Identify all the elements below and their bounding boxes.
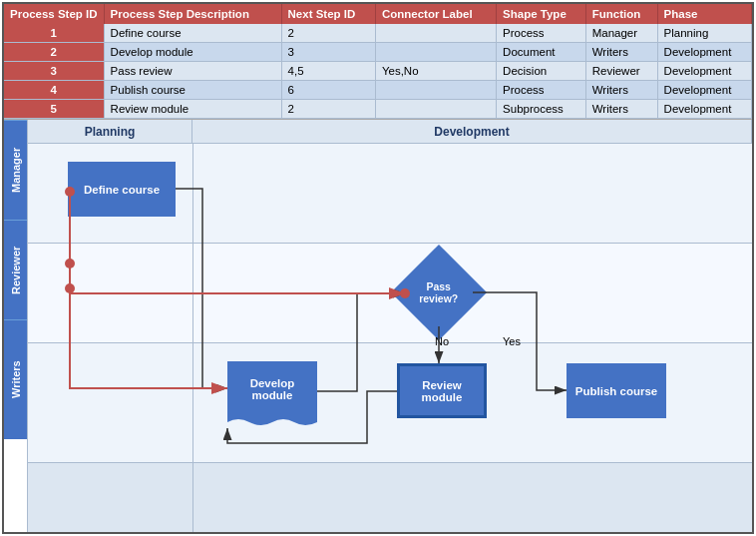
shape-label-review-module: Review module xyxy=(422,379,463,403)
row-connector xyxy=(375,81,496,100)
lane-label-writers: Writers xyxy=(4,319,27,439)
red-dot-4 xyxy=(400,288,410,298)
swimlane-reviewer xyxy=(28,244,752,343)
row-next: 2 xyxy=(281,100,375,119)
row-shape: Document xyxy=(497,43,586,62)
lane-label-reviewer: Reviewer xyxy=(4,220,27,319)
row-next: 4,5 xyxy=(281,62,375,81)
row-shape: Subprocess xyxy=(497,100,586,119)
shape-develop-module: Develop module xyxy=(227,361,317,416)
row-shape: Process xyxy=(497,81,586,100)
table-row: 4 Publish course 6 Process Writers Devel… xyxy=(4,81,752,100)
phase-planning-header: Planning xyxy=(28,120,192,143)
swimlanes: Define course Develop module Pass review… xyxy=(28,144,752,532)
row-phase: Development xyxy=(657,81,751,100)
diagram-canvas: Planning Development Define course Devel… xyxy=(28,120,752,532)
lane-label-manager: Manager xyxy=(4,120,27,220)
phase-divider xyxy=(192,144,193,532)
row-phase: Planning xyxy=(657,24,751,43)
row-function: Manager xyxy=(585,24,657,43)
row-connector xyxy=(375,43,496,62)
shape-pass-review-container: Pass review? xyxy=(405,259,473,326)
row-phase: Development xyxy=(657,100,751,119)
col-header-desc: Process Step Description xyxy=(104,4,281,24)
table-row: 2 Develop module 3 Document Writers Deve… xyxy=(4,43,752,62)
red-dot-1 xyxy=(65,187,75,197)
row-next: 6 xyxy=(281,81,375,100)
row-function: Reviewer xyxy=(585,62,657,81)
col-header-shape: Shape Type xyxy=(497,4,586,24)
row-connector xyxy=(375,100,496,119)
row-connector xyxy=(375,24,496,43)
diagram-section: Manager Reviewer Writers Planning Develo… xyxy=(4,120,752,532)
row-desc: Publish course xyxy=(104,81,281,100)
shape-review-module: Review module xyxy=(397,363,487,418)
row-function: Writers xyxy=(585,100,657,119)
row-desc: Pass review xyxy=(104,62,281,81)
label-yes: Yes xyxy=(503,335,521,347)
table-row: 1 Define course 2 Process Manager Planni… xyxy=(4,24,752,43)
row-phase: Development xyxy=(657,62,751,81)
row-desc: Develop module xyxy=(104,43,281,62)
col-header-function: Function xyxy=(585,4,657,24)
col-header-id: Process Step ID xyxy=(4,4,104,24)
col-header-phase: Phase xyxy=(657,4,751,24)
row-id: 4 xyxy=(4,81,104,100)
document-wave xyxy=(227,416,317,428)
row-id: 1 xyxy=(4,24,104,43)
row-next: 2 xyxy=(281,24,375,43)
phase-header: Planning Development xyxy=(28,120,752,144)
main-container: Process Step ID Process Step Description… xyxy=(2,2,754,534)
process-table: Process Step ID Process Step Description… xyxy=(4,4,752,119)
row-desc: Review module xyxy=(104,100,281,119)
red-dot-3 xyxy=(65,283,75,293)
lane-labels: Manager Reviewer Writers xyxy=(4,120,28,532)
row-connector: Yes,No xyxy=(375,62,496,81)
row-id: 5 xyxy=(4,100,104,119)
row-shape: Decision xyxy=(497,62,586,81)
shape-publish-course: Publish course xyxy=(567,363,666,418)
row-phase: Development xyxy=(657,43,751,62)
shape-define-course: Define course xyxy=(68,162,176,217)
row-next: 3 xyxy=(281,43,375,62)
row-id: 3 xyxy=(4,62,104,81)
table-row: 5 Review module 2 Subprocess Writers Dev… xyxy=(4,100,752,119)
row-id: 2 xyxy=(4,43,104,62)
data-table-section: Process Step ID Process Step Description… xyxy=(4,4,752,120)
shape-label-develop-module: Develop module xyxy=(250,377,295,401)
row-shape: Process xyxy=(497,24,586,43)
row-desc: Define course xyxy=(104,24,281,43)
table-row: 3 Pass review 4,5 Yes,No Decision Review… xyxy=(4,62,752,81)
row-function: Writers xyxy=(585,81,657,100)
phase-development-header: Development xyxy=(192,120,752,143)
red-dot-2 xyxy=(65,259,75,268)
col-header-connector: Connector Label xyxy=(375,4,496,24)
row-function: Writers xyxy=(585,43,657,62)
shape-label-pass-review: Pass review? xyxy=(419,280,458,304)
label-no: No xyxy=(435,335,449,347)
shape-label-publish-course: Publish course xyxy=(575,385,657,397)
col-header-next: Next Step ID xyxy=(281,4,375,24)
shape-label-define-course: Define course xyxy=(84,184,160,196)
